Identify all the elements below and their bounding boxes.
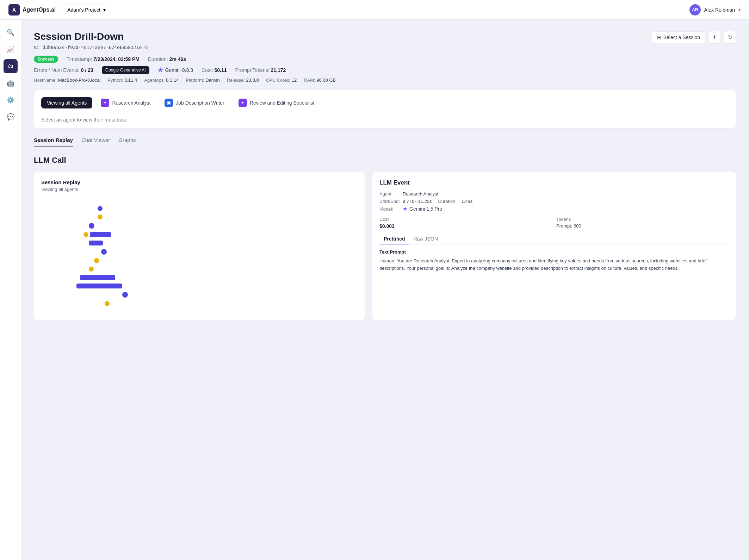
duration-item: Duration: 2m 46s bbox=[148, 56, 186, 62]
settings-icon: ⚙️ bbox=[7, 96, 14, 104]
job-desc-icon: ▣ bbox=[165, 99, 173, 107]
avatar: AR bbox=[689, 4, 701, 15]
session-id-row: ID: d3b86b2c-f930-4d17-aee7-674e6858371e… bbox=[34, 44, 148, 50]
project-selector[interactable]: Adam's Project ▾ bbox=[63, 5, 110, 15]
tokens-section-label: Tokens bbox=[556, 217, 729, 222]
timeline-bar-1 bbox=[90, 232, 111, 237]
event-startend-label: Start/End: bbox=[379, 199, 401, 204]
timeline-bar-2 bbox=[89, 241, 103, 245]
logo: A AgentOps.ai bbox=[8, 4, 56, 15]
event-duration-value: 1.48s bbox=[461, 199, 472, 204]
session-id-value: d3b86b2c-f930-4d17-aee7-674e6858371e bbox=[43, 45, 142, 50]
agent-meta-hint: Select an agent to view their meta data bbox=[41, 116, 729, 123]
session-tabs: Session Replay Chat Viewer Graphs bbox=[34, 137, 736, 147]
main: Session Drill-Down ID: d3b86b2c-f930-4d1… bbox=[21, 20, 749, 560]
chevron-down-icon: ▾ bbox=[103, 7, 106, 13]
replay-title: Session Replay bbox=[41, 179, 358, 185]
google-tag: Google Generative AI bbox=[102, 66, 149, 74]
release-value: 23.3.0 bbox=[246, 77, 259, 83]
agents-icon: 🤖 bbox=[7, 79, 14, 87]
event-model-name: Gemini 1.5 Pro bbox=[409, 206, 442, 212]
two-panel: Session Replay Viewing all agents bbox=[34, 172, 736, 321]
cost-section-value: $0.003 bbox=[379, 223, 552, 229]
research-analyst-label: Research Analyst bbox=[112, 100, 150, 106]
python-item: Python: 3.11.4 bbox=[107, 77, 137, 83]
gemini-icon-event bbox=[403, 206, 408, 211]
page-title: Session Drill-Down bbox=[34, 31, 148, 42]
platform-value: Darwin bbox=[205, 77, 219, 83]
agentops-value: 0.3.14 bbox=[166, 77, 179, 83]
platform-item: Platform: Darwin bbox=[186, 77, 220, 83]
tokens-section: Tokens Prompt: 600 bbox=[556, 217, 729, 229]
copy-icon[interactable]: ⧉ bbox=[144, 44, 148, 50]
agent-tab-job[interactable]: ▣ Job Description Writer bbox=[159, 96, 230, 110]
duration-value: 2m 46s bbox=[169, 56, 186, 62]
user-name: Alex Reibman bbox=[704, 7, 735, 13]
review-label: Review and Editing Specialist bbox=[250, 100, 315, 106]
timestamp-item: Timestamp: 7/23/2024, 03:59 PM bbox=[67, 56, 140, 62]
meta-row-1: Success Timestamp: 7/23/2024, 03:59 PM D… bbox=[34, 56, 736, 63]
hostname-value: MacBook-Pro-8.local bbox=[58, 77, 101, 83]
chat-icon: 💬 bbox=[7, 113, 14, 121]
cost-label: Cost: bbox=[202, 67, 213, 73]
timeline-bar-4 bbox=[76, 284, 122, 288]
timeline-dot-3 bbox=[89, 223, 94, 229]
topnav: A AgentOps.ai Adam's Project ▾ AR Alex R… bbox=[0, 0, 749, 20]
prompt-tokens-item: Prompt Tokens: 21,172 bbox=[235, 67, 286, 73]
timeline-dot-7 bbox=[89, 267, 94, 272]
platform-label: Platform: bbox=[186, 77, 204, 83]
event-title: LLM Event bbox=[379, 179, 729, 186]
topnav-right: AR Alex Reibman ▾ bbox=[689, 4, 741, 15]
cost-item: Cost: $0.11 bbox=[202, 67, 227, 73]
sidebar-item-agents[interactable]: 🤖 bbox=[4, 76, 18, 90]
cpu-value: 12 bbox=[292, 77, 297, 83]
python-value: 3.11.4 bbox=[124, 77, 137, 83]
inner-tab-raw[interactable]: Raw JSON bbox=[409, 234, 442, 244]
tab-graphs[interactable]: Graphs bbox=[118, 137, 136, 147]
review-icon: ✦ bbox=[239, 99, 247, 107]
agent-tab-all[interactable]: Viewing all Agents bbox=[41, 97, 92, 108]
timeline-dot-2 bbox=[98, 214, 103, 219]
session-icon: ⊞ bbox=[657, 35, 661, 40]
agent-tab-research[interactable]: ✦ Research Analyst bbox=[95, 96, 156, 110]
logo-text: AgentOps.ai bbox=[23, 7, 56, 13]
logo-icon: A bbox=[8, 4, 20, 15]
sidebar-item-settings[interactable]: ⚙️ bbox=[4, 93, 18, 107]
sidebar-item-sessions[interactable]: 🗂 bbox=[4, 59, 18, 73]
status-badge: Success bbox=[34, 56, 58, 63]
timeline-dot-9 bbox=[105, 301, 110, 306]
session-id-label: ID: bbox=[34, 45, 40, 50]
select-session-button[interactable]: ⊞ Select a Session bbox=[652, 31, 705, 43]
llm-call-title: LLM Call bbox=[34, 156, 736, 165]
sidebar-item-search[interactable]: 🔍 bbox=[4, 25, 18, 39]
tab-session-replay[interactable]: Session Replay bbox=[34, 137, 73, 147]
text-prompt-label: Text Prompt bbox=[379, 249, 729, 255]
errors-value: 0 / 23 bbox=[81, 67, 93, 73]
text-prompt-content: Human: You are Research Analyst. Expert … bbox=[379, 257, 729, 272]
sidebar-item-analytics[interactable]: 📈 bbox=[4, 42, 18, 56]
agent-tab-review[interactable]: ✦ Review and Editing Specialist bbox=[233, 96, 320, 110]
sidebar-item-chat[interactable]: 💬 bbox=[4, 110, 18, 124]
project-label: Adam's Project bbox=[67, 7, 100, 13]
agent-tabs: Viewing all Agents ✦ Research Analyst ▣ … bbox=[41, 96, 729, 110]
ram-label: RAM: bbox=[304, 77, 315, 83]
ram-item: RAM: 96.00 GB bbox=[304, 77, 336, 83]
refresh-button[interactable]: ↻ bbox=[724, 31, 736, 44]
llm-event-panel: LLM Event Agent: Research Analyst Start/… bbox=[372, 172, 736, 321]
tokens-prompt-row: Prompt: 600 bbox=[556, 223, 729, 229]
cpu-item: CPU Cores: 12 bbox=[266, 77, 297, 83]
tokens-prompt-value: 600 bbox=[574, 223, 581, 229]
research-analyst-icon: ✦ bbox=[101, 99, 109, 107]
hostname-item: HostName: MacBook-Pro-8.local bbox=[34, 77, 100, 83]
timestamp-label: Timestamp: bbox=[67, 56, 92, 62]
sessions-icon: 🗂 bbox=[7, 63, 14, 70]
errors-item: Errors / Num Events: 0 / 23 bbox=[34, 67, 93, 73]
tab-chat-viewer[interactable]: Chat Viewer bbox=[81, 137, 110, 147]
chevron-down-icon-user: ▾ bbox=[738, 7, 741, 12]
timeline-dot-4 bbox=[83, 232, 88, 237]
collapse-button[interactable]: ⬆ bbox=[708, 31, 721, 44]
user-initials: AR bbox=[692, 7, 698, 12]
event-model-label: Model: bbox=[379, 206, 401, 212]
inner-tab-prettified[interactable]: Prettified bbox=[379, 234, 409, 244]
timeline-dot-8 bbox=[122, 292, 128, 298]
